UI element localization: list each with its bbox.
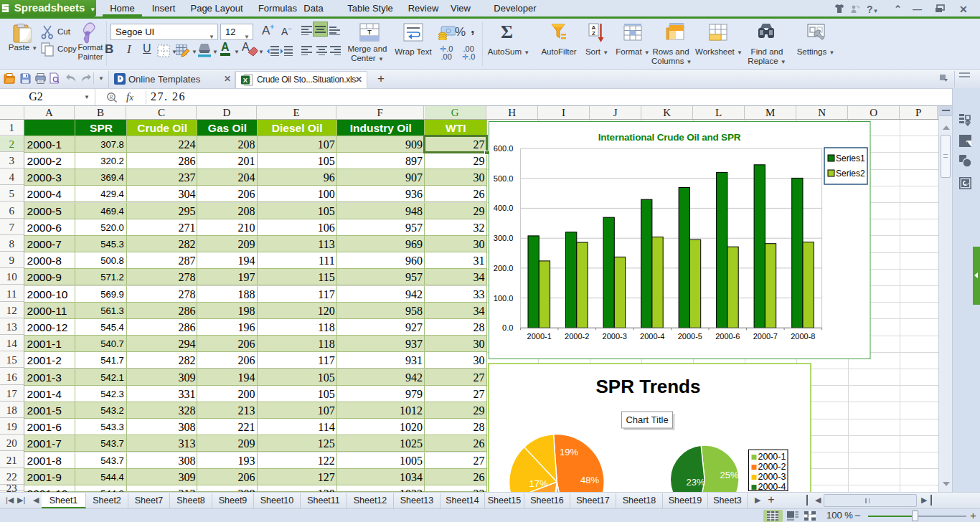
svg-text:2000-3: 2000-3	[758, 472, 786, 482]
svg-text:Series1: Series1	[836, 153, 865, 163]
svg-text:2000-1: 2000-1	[758, 452, 786, 462]
svg-text:2000-4: 2000-4	[640, 332, 664, 341]
svg-text:0.0: 0.0	[502, 323, 513, 332]
svg-text:500.0: 500.0	[494, 174, 514, 183]
svg-text:600.0: 600.0	[494, 144, 514, 153]
svg-text:T: T	[367, 29, 372, 36]
svg-text:R: R	[109, 94, 113, 100]
svg-text:100.0: 100.0	[494, 294, 514, 303]
svg-text:Z: Z	[592, 29, 595, 36]
svg-text:Series2: Series2	[836, 169, 865, 179]
svg-text:2000-3: 2000-3	[603, 332, 627, 341]
svg-text:23%: 23%	[686, 476, 705, 487]
svg-text:2000-2: 2000-2	[758, 462, 786, 472]
svg-text:400.0: 400.0	[494, 204, 514, 212]
svg-text:2000-2: 2000-2	[565, 332, 589, 341]
svg-text:International Crude Oil and SP: International Crude Oil and SPR	[598, 132, 741, 143]
svg-text:SPR Trends: SPR Trends	[595, 375, 700, 397]
svg-text:2000-4: 2000-4	[758, 482, 786, 492]
svg-text:2000-5: 2000-5	[678, 332, 702, 341]
svg-text:2000-7: 2000-7	[753, 332, 778, 341]
svg-text:48%: 48%	[580, 474, 599, 485]
svg-text:17%: 17%	[529, 478, 547, 488]
svg-text:200.0: 200.0	[494, 264, 514, 272]
svg-text:300.0: 300.0	[494, 234, 514, 242]
svg-text:X: X	[243, 76, 248, 84]
svg-text:Chart Title: Chart Title	[626, 414, 668, 424]
svg-text:2000-6: 2000-6	[715, 332, 740, 341]
svg-text:2000-8: 2000-8	[791, 332, 815, 341]
svg-text:2000-1: 2000-1	[527, 332, 552, 341]
svg-text:25%: 25%	[720, 469, 738, 480]
svg-text:19%: 19%	[560, 446, 578, 457]
